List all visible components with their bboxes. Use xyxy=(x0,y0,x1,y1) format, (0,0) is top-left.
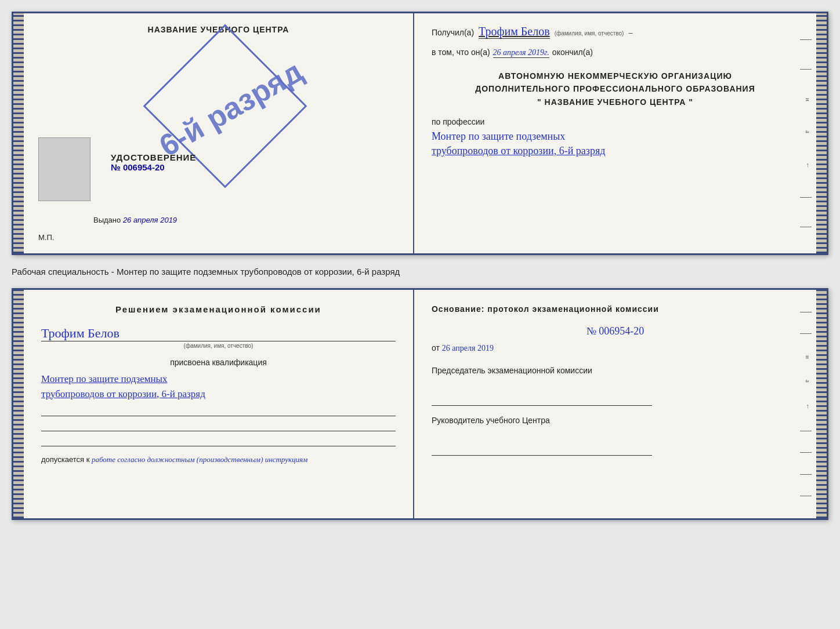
underline-3 xyxy=(41,435,396,446)
person-name-top: Трофим Белов xyxy=(479,25,550,39)
top-document: НАЗВАНИЕ УЧЕБНОГО ЦЕНТРА 6-й разряд УДОС… xyxy=(12,12,828,255)
org-block: АВТОНОМНУЮ НЕКОММЕРЧЕСКУЮ ОРГАНИЗАЦИЮ ДО… xyxy=(432,70,799,108)
from-date-line: от 26 апреля 2019 xyxy=(432,343,799,353)
profession-label: по профессии xyxy=(432,117,799,126)
bottom-right-sidebar xyxy=(816,290,827,518)
left-sidebar-decoration xyxy=(13,13,24,253)
underline-2 xyxy=(41,420,396,431)
cert-label: УДОСТОВЕРЕНИЕ xyxy=(111,152,196,162)
issued-prefix: Выдано xyxy=(93,216,121,224)
bottom-side-label-a: а xyxy=(800,380,812,383)
profession-hw2: трубопроводов от коррозии, 6-й разряд xyxy=(432,144,799,158)
bottom-left-panel: Решением экзаменационной комиссии Трофим… xyxy=(24,290,414,518)
date-suffix: окончил(а) xyxy=(552,48,593,57)
profession-hw: Монтер по защите подземных трубопроводов… xyxy=(432,129,799,158)
qualification-label: присвоена квалификация xyxy=(41,358,396,367)
admitted-prefix: допускается к xyxy=(41,455,89,464)
org-line1: АВТОНОМНУЮ НЕКОММЕРЧЕСКУЮ ОРГАНИЗАЦИЮ xyxy=(432,70,799,82)
date-prefix: в том, что он(а) xyxy=(432,48,490,57)
qualification-hw: Монтер по защите подземных трубопроводов… xyxy=(41,372,396,401)
bottom-side-dash-3 xyxy=(800,431,812,431)
side-dash-1 xyxy=(800,39,812,40)
basis-heading: Основание: протокол экзаменационной коми… xyxy=(432,304,799,314)
date-line: в том, что он(а) 26 апреля 2019г. окончи… xyxy=(432,48,799,58)
bottom-side-label-arrow: ← xyxy=(800,403,812,410)
dash-1: – xyxy=(628,28,632,38)
bottom-person-name: Трофим Белов xyxy=(41,326,396,341)
profession-hw1: Монтер по защите подземных xyxy=(432,129,799,144)
from-date-value: 26 апреля 2019 xyxy=(442,344,494,352)
cert-number: № 006954-20 xyxy=(111,162,196,172)
side-label-a: а xyxy=(800,130,812,133)
specialty-bar: Рабочая специальность - Монтер по защите… xyxy=(12,262,828,281)
chairman-signature-line xyxy=(432,394,652,406)
right-side-dashes: и а ← xyxy=(800,13,812,253)
bottom-document: Решением экзаменационной комиссии Трофим… xyxy=(12,288,828,520)
director-label: Руководитель учебного Центра xyxy=(432,415,799,427)
name-subtitle-wrapper: (фамилия, имя, отчество) xyxy=(555,30,624,37)
issued-line: Выдано 26 апреля 2019 xyxy=(93,216,177,224)
committee-label: Председатель экзаменационной комиссии xyxy=(432,365,799,377)
org-line2: ДОПОЛНИТЕЛЬНОГО ПРОФЕССИОНАЛЬНОГО ОБРАЗО… xyxy=(432,82,799,95)
director-signature-line xyxy=(432,444,652,456)
bottom-side-dash-6 xyxy=(800,496,812,496)
right-panel: Получил(а) Трофим Белов (фамилия, имя, о… xyxy=(414,13,816,253)
side-dash-2 xyxy=(800,69,812,70)
right-sidebar-decoration xyxy=(816,13,827,253)
bottom-person-subtitle: (фамилия, имя, отчество) xyxy=(41,343,396,349)
left-panel: НАЗВАНИЕ УЧЕБНОГО ЦЕНТРА 6-й разряд УДОС… xyxy=(24,13,414,253)
received-line: Получил(а) Трофим Белов (фамилия, имя, о… xyxy=(432,25,799,39)
admitted-hw: работе согласно должностным (производств… xyxy=(92,455,307,464)
bottom-right-panel: Основание: протокол экзаменационной коми… xyxy=(414,290,816,518)
admitted-label: допускается к работе согласно должностны… xyxy=(41,455,396,464)
from-prefix: от xyxy=(432,343,440,352)
received-label: Получил(а) xyxy=(432,28,474,37)
bottom-left-sidebar xyxy=(13,290,24,518)
mp-label: М.П. xyxy=(38,233,54,242)
protocol-number: № 006954-20 xyxy=(432,325,799,337)
side-dash-4 xyxy=(800,227,812,227)
org-line3: " НАЗВАНИЕ УЧЕБНОГО ЦЕНТРА " xyxy=(432,96,799,108)
bottom-person-block: Трофим Белов (фамилия, имя, отчество) xyxy=(41,326,396,349)
bottom-side-dash-5 xyxy=(800,474,812,475)
underline-1 xyxy=(41,405,396,416)
bottom-side-dash-4 xyxy=(800,452,812,453)
person-subtitle-top: (фамилия, имя, отчество) xyxy=(555,30,624,37)
bottom-side-dash-2 xyxy=(800,333,812,334)
date-value: 26 апреля 2019г. xyxy=(493,48,549,58)
cert-info: УДОСТОВЕРЕНИЕ № 006954-20 xyxy=(111,129,196,172)
bottom-right-side-dashes: и а ← xyxy=(800,290,812,518)
issued-date: 26 апреля 2019 xyxy=(123,216,177,224)
qual-hw1: Монтер по защите подземных xyxy=(41,372,396,387)
photo-box xyxy=(38,137,90,201)
page-wrapper: НАЗВАНИЕ УЧЕБНОГО ЦЕНТРА 6-й разряд УДОС… xyxy=(12,12,828,520)
side-label-arrow: ← xyxy=(800,162,812,169)
side-label-i: и xyxy=(800,98,812,101)
bottom-side-label-i: и xyxy=(800,355,812,359)
side-dash-3 xyxy=(800,197,812,198)
bottom-side-dash-1 xyxy=(800,312,812,312)
decision-heading: Решением экзаменационной комиссии xyxy=(41,304,396,314)
qual-hw2: трубопроводов от коррозии, 6-й разряд xyxy=(41,387,396,402)
